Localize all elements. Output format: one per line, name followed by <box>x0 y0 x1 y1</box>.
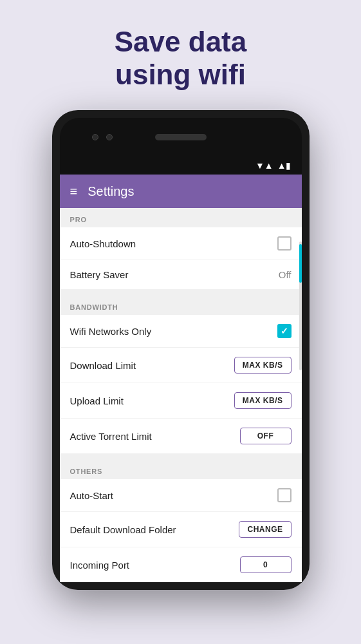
section-others: OTHERS Auto-Start Default Download Folde… <box>60 460 302 582</box>
row-default-download-folder: Default Download Folder CHANGE <box>60 512 302 547</box>
divider-2 <box>60 453 302 460</box>
active-torrent-button[interactable]: OFF <box>240 428 292 444</box>
incoming-port-label: Incoming Port <box>70 560 130 571</box>
download-limit-label: Download Limit <box>70 360 136 371</box>
settings-group-bandwidth: Wifi Networks Only ✓ Download Limit MAX … <box>60 315 302 453</box>
auto-shutdown-label: Auto-Shutdown <box>70 238 136 249</box>
row-battery-saver: Battery Saver Off <box>60 260 302 289</box>
row-active-torrent-limit: Active Torrent Limit OFF <box>60 419 302 453</box>
section-header-bandwidth: BANDWIDTH <box>60 296 302 315</box>
row-download-limit: Download Limit MAX KB/S <box>60 348 302 383</box>
row-auto-start: Auto-Start <box>60 479 302 512</box>
status-bar: ▼▲ ▲▮ <box>60 156 302 175</box>
toolbar-title: Settings <box>88 184 134 199</box>
row-upload-limit: Upload Limit MAX KB/S <box>60 383 302 419</box>
change-button[interactable]: CHANGE <box>239 521 291 538</box>
active-torrent-label: Active Torrent Limit <box>70 431 152 442</box>
signal-icon: ▲▮ <box>277 160 292 171</box>
auto-start-checkbox[interactable] <box>277 488 292 502</box>
wifi-networks-checkbox[interactable]: ✓ <box>277 324 292 338</box>
auto-start-label: Auto-Start <box>70 490 114 501</box>
settings-screen: PRO Auto-Shutdown Battery Saver Off BAND… <box>60 208 302 582</box>
hamburger-icon[interactable]: ≡ <box>70 184 78 199</box>
scrollbar-thumb <box>299 244 302 283</box>
download-limit-button[interactable]: MAX KB/S <box>234 357 292 374</box>
default-download-folder-label: Default Download Folder <box>70 524 176 535</box>
scrollbar-track[interactable] <box>299 242 302 370</box>
phone-frame: ▼▲ ▲▮ ≡ Settings PRO Auto-Shutdown Batte… <box>52 110 310 590</box>
app-toolbar: ≡ Settings <box>60 175 302 208</box>
phone-top-bar <box>60 118 302 156</box>
settings-group-pro: Auto-Shutdown Battery Saver Off <box>60 227 302 289</box>
camera-2 <box>106 134 113 140</box>
section-header-others: OTHERS <box>60 460 302 479</box>
phone-speaker <box>155 134 207 140</box>
section-bandwidth: BANDWIDTH Wifi Networks Only ✓ Download … <box>60 296 302 453</box>
camera-1 <box>92 134 98 140</box>
row-incoming-port: Incoming Port 0 <box>60 547 302 582</box>
incoming-port-button[interactable]: 0 <box>240 556 292 573</box>
row-auto-shutdown: Auto-Shutdown <box>60 227 302 260</box>
divider-1 <box>60 289 302 296</box>
phone-cameras <box>92 134 113 140</box>
section-header-pro: PRO <box>60 208 302 227</box>
wifi-networks-label: Wifi Networks Only <box>70 326 152 337</box>
wifi-icon: ▼▲ <box>255 160 273 171</box>
upload-limit-label: Upload Limit <box>70 395 124 406</box>
settings-group-others: Auto-Start Default Download Folder CHANG… <box>60 479 302 582</box>
row-wifi-networks-only: Wifi Networks Only ✓ <box>60 315 302 348</box>
upload-limit-button[interactable]: MAX KB/S <box>234 392 292 409</box>
auto-shutdown-checkbox[interactable] <box>277 236 292 251</box>
battery-saver-value: Off <box>279 269 292 280</box>
hero-title: Save data using wifi <box>115 26 246 91</box>
section-pro: PRO Auto-Shutdown Battery Saver Off <box>60 208 302 289</box>
battery-saver-label: Battery Saver <box>70 269 129 280</box>
